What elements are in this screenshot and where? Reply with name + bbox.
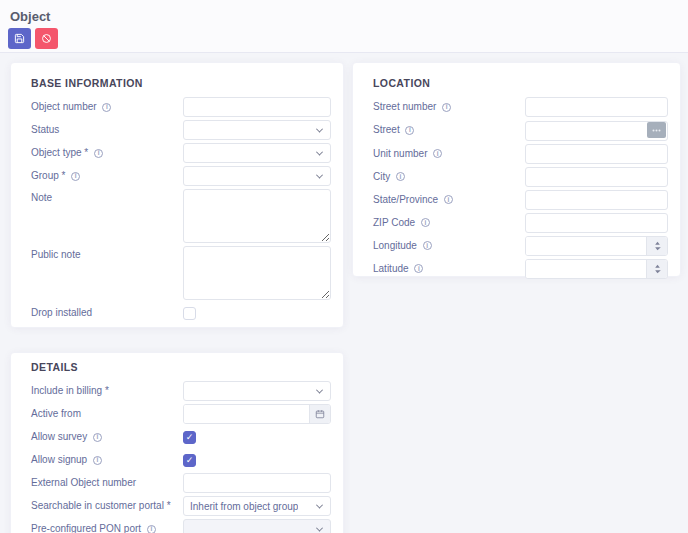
panel-title: BASE INFORMATION	[31, 75, 331, 89]
status-select[interactable]	[183, 120, 331, 140]
info-icon[interactable]: i	[71, 172, 80, 181]
panel-title: LOCATION	[373, 75, 668, 89]
object-number-input[interactable]	[183, 97, 331, 117]
allow-survey-checkbox[interactable]: ✓	[183, 431, 196, 444]
longitude-control	[525, 236, 668, 256]
active-from-control	[183, 404, 331, 424]
calendar-icon	[315, 409, 325, 419]
page-title: Object	[10, 9, 50, 24]
note-textarea[interactable]	[183, 189, 331, 243]
street-number-input[interactable]	[525, 97, 668, 117]
form-row-drop-installed: Drop installed	[31, 303, 331, 323]
form-row-longitude: Longitude i	[373, 236, 668, 256]
external-object-number-label: External Object number	[31, 477, 183, 489]
public-note-control	[183, 246, 331, 300]
pre-configured-pon-port-select[interactable]	[183, 519, 331, 533]
allow-signup-checkbox[interactable]: ✓	[183, 454, 196, 467]
info-icon[interactable]: i	[414, 264, 423, 273]
unit-number-input[interactable]	[525, 144, 668, 164]
active-from-input[interactable]	[184, 405, 309, 423]
form-row-public-note: Public note	[31, 246, 331, 300]
page-header: Object	[0, 0, 688, 53]
active-from-label: Active from	[31, 408, 183, 420]
save-button[interactable]	[8, 28, 31, 49]
info-icon[interactable]: i	[147, 525, 156, 533]
toolbar	[8, 28, 58, 49]
form-row-group: Group * i	[31, 166, 331, 186]
form-row-object-type: Object type * i	[31, 143, 331, 163]
chevron-down-icon	[316, 501, 323, 508]
object-type-select[interactable]	[183, 143, 331, 163]
info-icon[interactable]: i	[442, 103, 451, 112]
form-row-pre-configured-pon-port: Pre-configured PON port i	[31, 519, 331, 533]
form-row-zip-code: ZIP Code i	[373, 213, 668, 233]
info-icon[interactable]: i	[433, 149, 442, 158]
note-label: Note	[31, 189, 183, 204]
info-icon[interactable]: i	[93, 433, 102, 442]
panel-body: Object number iStatusObject type * iGrou…	[31, 97, 331, 323]
info-icon[interactable]: i	[94, 149, 103, 158]
street-number-control	[525, 97, 668, 117]
longitude-number-field	[525, 236, 668, 256]
city-input[interactable]	[525, 167, 668, 187]
searchable-in-customer-portal-label: Searchable in customer portal *	[31, 500, 183, 512]
form-row-status: Status	[31, 120, 331, 140]
latitude-input[interactable]	[526, 260, 646, 278]
street-label: Street i	[373, 124, 525, 136]
object-type-control	[183, 143, 331, 163]
drop-installed-checkbox[interactable]	[183, 307, 196, 320]
drop-installed-control	[183, 307, 331, 320]
form-row-state-province: State/Province i	[373, 190, 668, 210]
form-row-external-object-number: External Object number	[31, 473, 331, 493]
up-down-arrows-icon	[654, 241, 661, 251]
group-label: Group * i	[31, 170, 183, 182]
street-lookup-button[interactable]	[647, 122, 666, 138]
searchable-in-customer-portal-select[interactable]: Inherit from object group	[183, 496, 331, 516]
note-control	[183, 189, 331, 243]
ban-icon	[41, 33, 52, 44]
check-icon: ✓	[186, 433, 194, 442]
panel-body: Street number iStreet iUnit number iCity…	[373, 97, 668, 279]
status-control	[183, 120, 331, 140]
state-province-control	[525, 190, 668, 210]
panel-base-information: BASE INFORMATION Object number iStatusOb…	[10, 62, 344, 328]
group-select[interactable]	[183, 166, 331, 186]
page: Object BASE INFORMATION Object number iS…	[0, 0, 688, 533]
chevron-down-icon	[316, 171, 323, 178]
unit-number-control	[525, 144, 668, 164]
chevron-down-icon	[316, 524, 323, 531]
form-row-note: Note	[31, 189, 331, 243]
info-icon[interactable]: i	[93, 456, 102, 465]
panel-body: Include in billing *Active fromAllow sur…	[31, 381, 331, 533]
include-in-billing-label: Include in billing *	[31, 385, 183, 397]
longitude-stepper[interactable]	[646, 237, 667, 255]
info-icon[interactable]: i	[421, 218, 430, 227]
public-note-textarea[interactable]	[183, 246, 331, 300]
latitude-stepper[interactable]	[646, 260, 667, 278]
up-down-arrows-icon	[654, 264, 661, 274]
form-row-street: Street i	[373, 120, 668, 141]
info-icon[interactable]: i	[405, 126, 414, 135]
latitude-label: Latitude i	[373, 263, 525, 275]
pre-configured-pon-port-control	[183, 519, 331, 533]
object-type-label: Object type * i	[31, 147, 183, 159]
state-province-label: State/Province i	[373, 194, 525, 206]
longitude-input[interactable]	[526, 237, 646, 255]
info-icon[interactable]: i	[102, 103, 111, 112]
city-label: City i	[373, 171, 525, 183]
info-icon[interactable]: i	[423, 241, 432, 250]
object-number-control	[183, 97, 331, 117]
external-object-number-input[interactable]	[183, 473, 331, 493]
cancel-button[interactable]	[35, 28, 58, 49]
panel-location: LOCATION Street number iStreet iUnit num…	[352, 62, 681, 277]
latitude-number-field	[525, 259, 668, 279]
info-icon[interactable]: i	[444, 195, 453, 204]
info-icon[interactable]: i	[396, 172, 405, 181]
state-province-input[interactable]	[525, 190, 668, 210]
chevron-down-icon	[316, 386, 323, 393]
include-in-billing-select[interactable]	[183, 381, 331, 401]
active-from-calendar-button[interactable]	[309, 405, 330, 423]
public-note-label: Public note	[31, 246, 183, 261]
zip-code-input[interactable]	[525, 213, 668, 233]
pre-configured-pon-port-label: Pre-configured PON port i	[31, 523, 183, 533]
